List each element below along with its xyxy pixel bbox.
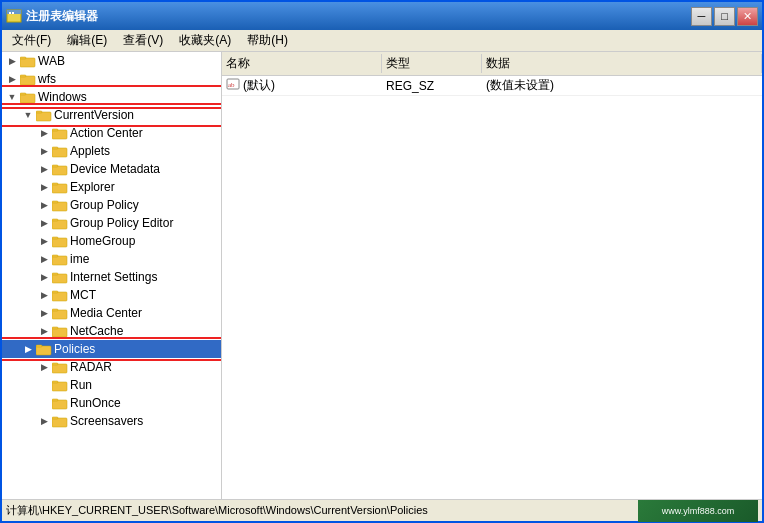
folder-icon-radar	[52, 360, 68, 374]
expand-netcache[interactable]: ▶	[36, 323, 52, 339]
expand-internetsettings[interactable]: ▶	[36, 269, 52, 285]
svg-text:ab: ab	[228, 81, 235, 89]
svg-rect-37	[36, 345, 42, 347]
svg-rect-7	[20, 75, 26, 77]
content-rows[interactable]: ab (默认) REG_SZ (数值未设置)	[222, 76, 762, 499]
expand-currentversion[interactable]: ▼	[20, 107, 36, 123]
expand-radar[interactable]: ▶	[36, 359, 52, 375]
expand-homegroup[interactable]: ▶	[36, 233, 52, 249]
tree-label-windows: Windows	[38, 90, 87, 104]
tree-item-netcache[interactable]: ▶ NetCache	[2, 322, 221, 340]
svg-rect-28	[52, 274, 67, 283]
col-header-data: 数据	[482, 54, 762, 73]
svg-rect-12	[52, 130, 67, 139]
expand-applets[interactable]: ▶	[36, 143, 52, 159]
expand-policies[interactable]: ▶	[20, 341, 36, 357]
tree-label-actioncenter: Action Center	[70, 126, 143, 140]
menu-edit[interactable]: 编辑(E)	[59, 30, 115, 51]
tree-item-mediacenter[interactable]: ▶ Media Center	[2, 304, 221, 322]
expand-explorer[interactable]: ▶	[36, 179, 52, 195]
menu-file[interactable]: 文件(F)	[4, 30, 59, 51]
tree-label-devicemetadata: Device Metadata	[70, 162, 160, 176]
tree-item-explorer[interactable]: ▶ Explorer	[2, 178, 221, 196]
tree-item-ime[interactable]: ▶ ime	[2, 250, 221, 268]
tree-content[interactable]: ▶ WAB ▶ wfs ▼	[2, 52, 221, 499]
close-button[interactable]: ✕	[737, 7, 758, 26]
svg-rect-39	[52, 363, 58, 365]
tree-item-runonce[interactable]: RunOnce	[2, 394, 221, 412]
tree-item-devicemetadata[interactable]: ▶ Device Metadata	[2, 160, 221, 178]
tree-item-wab[interactable]: ▶ WAB	[2, 52, 221, 70]
content-row-default[interactable]: ab (默认) REG_SZ (数值未设置)	[222, 76, 762, 96]
svg-rect-13	[52, 129, 58, 131]
folder-icon-runonce	[52, 396, 68, 410]
folder-icon-grouppolicyeditor	[52, 216, 68, 230]
tree-item-screensavers[interactable]: ▶ Screensavers	[2, 412, 221, 430]
window-title: 注册表编辑器	[26, 8, 691, 25]
tree-item-radar[interactable]: ▶ RADAR	[2, 358, 221, 376]
expand-devicemetadata[interactable]: ▶	[36, 161, 52, 177]
expand-windows[interactable]: ▼	[4, 89, 20, 105]
watermark: www.ylmf888.com	[638, 500, 758, 522]
svg-rect-11	[36, 111, 42, 113]
tree-label-currentversion: CurrentVersion	[54, 108, 134, 122]
col-header-type: 类型	[382, 54, 482, 73]
svg-rect-26	[52, 256, 67, 265]
svg-rect-34	[52, 328, 67, 337]
svg-rect-20	[52, 202, 67, 211]
tree-item-wfs[interactable]: ▶ wfs	[2, 70, 221, 88]
svg-rect-40	[52, 382, 67, 391]
tree-item-run[interactable]: Run	[2, 376, 221, 394]
folder-icon-grouppolicy	[52, 198, 68, 212]
tree-label-ime: ime	[70, 252, 89, 266]
expand-run	[36, 377, 52, 393]
svg-rect-42	[52, 400, 67, 409]
svg-rect-21	[52, 201, 58, 203]
tree-item-grouppolicyeditor[interactable]: ▶ Group Policy Editor	[2, 214, 221, 232]
tree-item-grouppolicy[interactable]: ▶ Group Policy	[2, 196, 221, 214]
expand-ime[interactable]: ▶	[36, 251, 52, 267]
tree-item-windows[interactable]: ▼ Windows	[2, 88, 221, 106]
svg-rect-9	[20, 93, 26, 95]
col-header-name: 名称	[222, 54, 382, 73]
expand-mct[interactable]: ▶	[36, 287, 52, 303]
expand-mediacenter[interactable]: ▶	[36, 305, 52, 321]
folder-icon-actioncenter	[52, 126, 68, 140]
svg-rect-36	[36, 346, 51, 355]
svg-rect-22	[52, 220, 67, 229]
folder-icon-homegroup	[52, 234, 68, 248]
menu-help[interactable]: 帮助(H)	[239, 30, 296, 51]
content-header: 名称 类型 数据	[222, 52, 762, 76]
folder-icon-wfs	[20, 72, 36, 86]
cell-type-default: REG_SZ	[382, 78, 482, 94]
expand-grouppolicy[interactable]: ▶	[36, 197, 52, 213]
tree-item-policies[interactable]: ▶ Policies	[2, 340, 221, 358]
tree-item-currentversion[interactable]: ▼ CurrentVersion	[2, 106, 221, 124]
folder-icon-ime	[52, 252, 68, 266]
tree-item-applets[interactable]: ▶ Applets	[2, 142, 221, 160]
maximize-button[interactable]: □	[714, 7, 735, 26]
tree-label-screensavers: Screensavers	[70, 414, 143, 428]
svg-rect-45	[52, 417, 58, 419]
expand-wfs[interactable]: ▶	[4, 71, 20, 87]
folder-icon-mct	[52, 288, 68, 302]
svg-rect-33	[52, 309, 58, 311]
menu-favorites[interactable]: 收藏夹(A)	[171, 30, 239, 51]
tree-item-homegroup[interactable]: ▶ HomeGroup	[2, 232, 221, 250]
tree-label-wfs: wfs	[38, 72, 56, 86]
expand-wab[interactable]: ▶	[4, 53, 20, 69]
menu-view[interactable]: 查看(V)	[115, 30, 171, 51]
tree-item-actioncenter[interactable]: ▶ Action Center	[2, 124, 221, 142]
expand-actioncenter[interactable]: ▶	[36, 125, 52, 141]
tree-label-grouppolicy: Group Policy	[70, 198, 139, 212]
minimize-button[interactable]: ─	[691, 7, 712, 26]
svg-rect-18	[52, 184, 67, 193]
folder-icon-windows	[20, 90, 36, 104]
tree-item-internetsettings[interactable]: ▶ Internet Settings	[2, 268, 221, 286]
tree-item-mct[interactable]: ▶ MCT	[2, 286, 221, 304]
expand-grouppolicyeditor[interactable]: ▶	[36, 215, 52, 231]
folder-icon-currentversion	[36, 108, 52, 122]
expand-screensavers[interactable]: ▶	[36, 413, 52, 429]
folder-icon-applets	[52, 144, 68, 158]
svg-rect-38	[52, 364, 67, 373]
